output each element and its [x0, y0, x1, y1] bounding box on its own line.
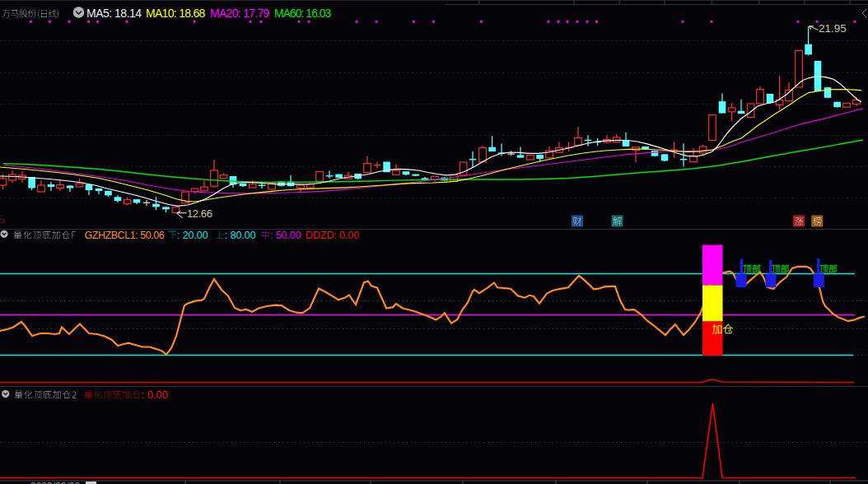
svg-text:2023/03/08: 2023/03/08	[30, 481, 80, 484]
svg-text:21.95: 21.95	[819, 22, 847, 35]
svg-text:GZHZBCL1: 50.06: GZHZBCL1: 50.06	[85, 230, 165, 241]
svg-text:: 0.00: : 0.00	[142, 389, 169, 401]
svg-text:MA20: 17.79: MA20: 17.79	[210, 7, 270, 20]
svg-text:MA60: 16.03: MA60: 16.03	[274, 7, 332, 20]
svg-text:MA5: 18.14: MA5: 18.14	[86, 7, 142, 20]
svg-text:: 80.00: : 80.00	[225, 230, 256, 241]
svg-text:: 20.00: : 20.00	[177, 230, 208, 241]
svg-text:MA10: 18.68: MA10: 18.68	[146, 7, 206, 20]
svg-text:DDZD: 0.00: DDZD: 0.00	[306, 230, 359, 241]
svg-text:12.66: 12.66	[187, 207, 212, 220]
svg-text:: 50.00: : 50.00	[270, 230, 301, 241]
